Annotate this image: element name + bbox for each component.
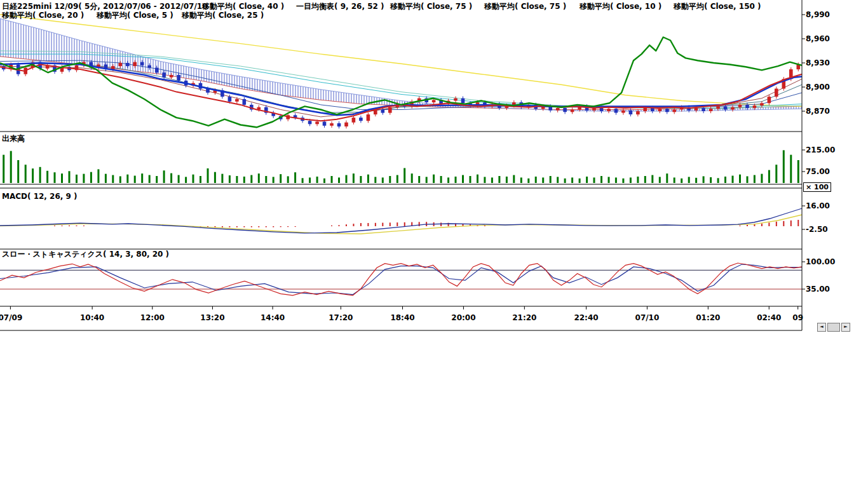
scroll-left-icon[interactable]: ◄ xyxy=(817,323,826,332)
h-scrollbar[interactable]: ◄ ► xyxy=(817,323,850,332)
macd-axis-label: -2.50 xyxy=(806,225,828,234)
price-axis-label: 8,960 xyxy=(806,34,830,43)
macd-axis-label: 16.00 xyxy=(806,201,830,210)
volume-panel-label: 出来高 xyxy=(2,133,25,144)
legend-item-row1-6: 移動平均( Close, 150 ) xyxy=(674,1,761,12)
legend-item-row1-2: 一目均衡表( 9, 26, 52 ) xyxy=(296,1,384,12)
price-axis-label: 8,900 xyxy=(806,83,830,92)
macd-panel-label: MACD( 12, 26, 9 ) xyxy=(2,192,78,201)
stochastics-panel xyxy=(0,263,802,295)
time-axis-label: 10:40 xyxy=(80,313,104,322)
legend-item-row1-5: 移動平均( Close, 10 ) xyxy=(580,1,661,12)
chart-app: 出来高 MACD( 12, 26, 9 ) スロー・ストキャスティクス( 14,… xyxy=(0,0,868,488)
price-axis-label: 8,990 xyxy=(806,10,830,19)
legend-item-row2-0: 移動平均( Close, 20 ) xyxy=(2,10,84,21)
legend-item-row1-4: 移動平均( Close, 75 ) xyxy=(484,1,566,12)
time-axis-label: 01:20 xyxy=(696,313,720,322)
volume-series xyxy=(3,150,799,183)
legend-item-row1-3: 移動平均( Close, 75 ) xyxy=(390,1,472,12)
price-axis-label: 8,870 xyxy=(806,107,830,116)
chart-canvas[interactable] xyxy=(0,0,868,488)
panel-borders xyxy=(0,0,805,330)
stoch-panel-label: スロー・ストキャスティクス( 14, 3, 80, 20 ) xyxy=(2,249,169,260)
stoch-axis-label: 35.00 xyxy=(806,285,830,294)
time-axis-label: 21:20 xyxy=(512,313,536,322)
time-axis-label: 12:00 xyxy=(140,313,165,322)
time-axis-label: 17:20 xyxy=(329,313,353,322)
time-axis-label: 20:00 xyxy=(451,313,475,322)
time-axis-label: 18:40 xyxy=(390,313,414,322)
time-axis-label: 07/09 xyxy=(0,313,22,322)
volume-multiplier-badge: × 100 xyxy=(803,182,831,192)
macd-panel xyxy=(0,208,802,234)
legend-item-row2-2: 移動平均( Close, 25 ) xyxy=(182,10,264,21)
time-axis-label: 09 xyxy=(792,313,803,322)
time-axis-label: 02:40 xyxy=(757,313,781,322)
ma5-line xyxy=(0,65,802,121)
time-axis-label: 14:40 xyxy=(261,313,285,322)
volume-axis-label: 215.00 xyxy=(806,146,835,154)
price-axis-label: 8,930 xyxy=(806,58,830,67)
stoch-axis-label: 100.00 xyxy=(806,257,835,266)
legend-item-row2-1: 移動平均( Close, 5 ) xyxy=(97,10,173,21)
time-axis-label: 22:40 xyxy=(574,313,598,322)
scroll-thumb[interactable] xyxy=(827,323,840,332)
time-axis-label: 07/10 xyxy=(635,313,660,322)
time-axis-label: 13:20 xyxy=(200,313,224,322)
volume-axis-label: 75.00 xyxy=(806,167,830,176)
scroll-right-icon[interactable]: ► xyxy=(841,323,850,332)
